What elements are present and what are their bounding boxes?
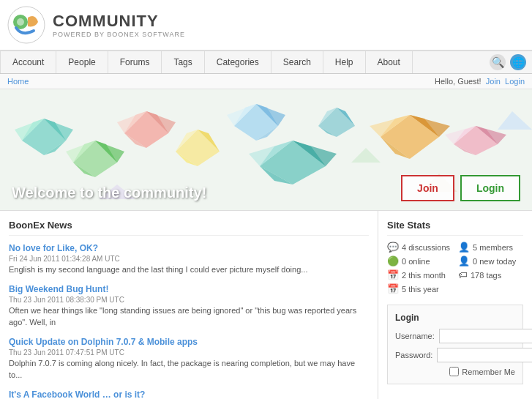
news-title-link-3[interactable]: Quick Update on Dolphin 7.0.7 & Mobile a… [9,337,198,347]
nav-item-tags[interactable]: Tags [162,51,204,73]
nav-item-account[interactable]: Account [0,51,56,73]
login-button[interactable]: Login [460,175,520,201]
nav-items: Account People Forums Tags Categories Se… [0,51,484,73]
banner-welcome-text: Welcome to the community! [12,184,206,201]
stat-new-today: 👤 0 new today [458,256,523,266]
join-link[interactable]: Join [486,77,501,86]
search-icon[interactable]: 🔍 [490,54,506,70]
new-today-count: 0 new today [473,257,516,266]
stat-this-month: 📅 2 this month [387,269,452,280]
remember-me-checkbox[interactable] [449,367,459,376]
site-title: COMMUNITY [53,12,185,31]
login-box: Login Username: Password: Remember Me [387,305,523,384]
online-icon: 🟢 [387,256,399,266]
username-field: Username: [395,329,515,343]
banner: Welcome to the community! Join Login [0,89,532,210]
stat-online: 🟢 0 online [387,256,452,266]
nav-item-search[interactable]: Search [271,51,323,73]
stat-tags: 🏷 178 tags [458,269,523,280]
month-count: 2 this month [402,271,446,280]
members-count: 5 members [473,243,513,252]
site-stats-title: Site Stats [387,220,523,236]
main-content: BoonEx News No love for Like, OK? Fri 24… [0,210,532,399]
username-input[interactable] [439,329,532,343]
header: COMMUNITY POWERED BY BOONEX SOFTWARE [0,0,532,51]
nav-item-help[interactable]: Help [323,51,366,73]
home-link[interactable]: Home [7,77,29,86]
logo-icon [7,6,45,44]
discussions-count: 4 discussions [402,243,450,252]
logo-text: COMMUNITY POWERED BY BOONEX SOFTWARE [53,12,185,38]
nav-bar: Account People Forums Tags Categories Se… [0,51,532,74]
stat-members: 👤 5 members [458,242,523,253]
news-section-title: BoonEx News [9,220,369,236]
news-column: BoonEx News No love for Like, OK? Fri 24… [0,211,378,399]
news-title-link-1[interactable]: No love for Like, OK? [9,243,98,253]
tags-count: 178 tags [471,271,501,280]
news-excerpt-2: Often we hear things like "long standing… [9,305,369,328]
breadcrumb-bar: Home Hello, Guest! Join Login [0,74,532,89]
news-title-link-4[interactable]: It's A Facebook World … or is it? [9,389,145,399]
news-item-4: It's A Facebook World … or is it? Mon 13… [9,389,369,399]
month-icon: 📅 [387,269,399,280]
nav-item-about[interactable]: About [366,51,413,73]
login-link[interactable]: Login [505,77,525,86]
banner-buttons: Join Login [401,175,520,201]
news-item-3: Quick Update on Dolphin 7.0.7 & Mobile a… [9,337,369,381]
password-label: Password: [395,351,432,359]
tags-icon: 🏷 [458,269,468,280]
news-date-3: Thu 23 Jun 2011 07:47:51 PM UTC [9,348,369,357]
news-excerpt-1: English is my second language and the la… [9,264,369,275]
svg-point-2 [17,18,24,26]
news-date-1: Fri 24 Jun 2011 01:34:28 AM UTC [9,255,369,263]
news-date-2: Thu 23 Jun 2011 08:38:30 PM UTC [9,296,369,304]
site-subtitle: POWERED BY BOONEX SOFTWARE [53,31,185,38]
login-title: Login [395,313,515,323]
nav-icons: 🔍 🌐 [484,54,532,70]
nav-item-categories[interactable]: Categories [205,51,271,73]
password-field: Password: [395,348,515,362]
news-item-1: No love for Like, OK? Fri 24 Jun 2011 01… [9,243,369,275]
online-count: 0 online [402,257,430,266]
year-icon: 📅 [387,283,399,294]
members-icon: 👤 [458,242,470,253]
password-input[interactable] [437,348,532,362]
news-excerpt-3: Dolphin 7.0.7 is coming along nicely. In… [9,358,369,381]
remember-row: Remember Me [395,367,515,376]
banner-content: Welcome to the community! Join Login [0,166,532,210]
right-column: Site Stats 💬 4 discussions 👤 5 members 🟢… [378,211,532,399]
nav-item-forums[interactable]: Forums [108,51,162,73]
greeting-text: Hello, Guest! Join Login [435,77,525,86]
remember-me-label: Remember Me [462,368,515,376]
nav-item-people[interactable]: People [56,51,108,73]
year-count: 5 this year [402,285,439,294]
username-label: Username: [395,332,435,340]
news-title-link-2[interactable]: Big Weekend Bug Hunt! [9,284,108,294]
discussions-icon: 💬 [387,242,399,253]
join-button[interactable]: Join [401,175,454,201]
new-today-icon: 👤 [458,256,470,266]
news-item-2: Big Weekend Bug Hunt! Thu 23 Jun 2011 08… [9,284,369,328]
stat-discussions: 💬 4 discussions [387,242,452,253]
stats-grid: 💬 4 discussions 👤 5 members 🟢 0 online 👤… [387,242,523,294]
stat-this-year: 📅 5 this year [387,283,452,294]
user-globe-icon[interactable]: 🌐 [510,54,526,70]
